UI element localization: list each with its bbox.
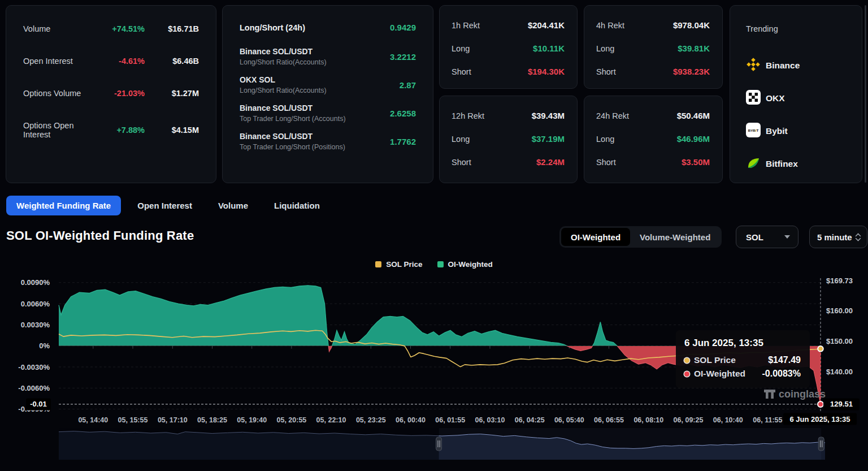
x-axis-label: 06, 01:55 (435, 416, 465, 424)
navigator-handle-left[interactable] (436, 437, 442, 451)
tab-weighted-funding-rate[interactable]: Weighted Funding Rate (6, 196, 121, 215)
trending-item-okx[interactable]: OKX (746, 91, 862, 106)
legend-label: SOL Price (386, 260, 422, 269)
rekt-value: $3.50M (682, 157, 710, 167)
x-axis-label: 06, 08:10 (633, 416, 663, 424)
ratio-value: 3.2212 (390, 52, 416, 62)
price-crosshair-dot (818, 346, 823, 352)
stat-row: Volume+74.51%$16.71B (23, 24, 199, 33)
rekt-row: Short$938.23K (596, 67, 710, 76)
legend-swatch (375, 261, 381, 267)
crosshair-time-badge-text: 6 Jun 2025, 13:35 (790, 415, 850, 424)
rekt-label: Long (596, 135, 614, 144)
ratio-row-text: OKX SOLLong/Short Ratio(Accounts) (240, 75, 327, 94)
binance-icon (746, 57, 761, 72)
long-short-24h-value: 0.9429 (390, 23, 416, 32)
rekt-row: Short$3.50M (596, 157, 710, 167)
rekt-value: $938.23K (673, 67, 710, 76)
rekt-row: Long$46.96M (596, 134, 710, 144)
stat-row: Options Open Interest+7.88%$4.15M (23, 121, 199, 139)
chart-legend: SOL PriceOI-Weighted (0, 260, 868, 269)
funding-crosshair-dot (818, 401, 823, 407)
scrollbar[interactable] (865, 5, 866, 183)
x-axis-label: 06, 10:40 (713, 416, 743, 424)
page-title: SOL OI-Weighted Funding Rate (6, 228, 194, 243)
trending-item-bybit[interactable]: BYBITBybit (746, 124, 862, 139)
chart-navigator[interactable] (59, 428, 825, 460)
coinglass-watermark-text: coinglass (779, 388, 826, 400)
toggle-oi-weighted[interactable]: OI-Weighted (561, 228, 630, 246)
trending-item-binance[interactable]: Binance (746, 58, 862, 73)
rekt-label: Long (452, 44, 470, 53)
rekt-label: 1h Rekt (452, 21, 480, 30)
crosshair-right-badge-text: 129.51 (830, 400, 853, 408)
interval-select[interactable]: 5 minute (809, 226, 867, 248)
x-axis-label: 05, 23:25 (356, 416, 386, 424)
ratio-value: 2.6258 (390, 109, 416, 118)
ratio-title: OKX SOL (240, 75, 327, 84)
x-axis-label: 05, 14:40 (78, 416, 108, 424)
ratio-row: Binance SOL/USDTLong/Short Ratio(Account… (240, 47, 416, 66)
stat-change: +74.51% (93, 24, 145, 33)
tooltip-series-dot (684, 371, 689, 377)
stat-change: -4.61% (93, 57, 145, 66)
rekt-row: Short$2.24M (452, 157, 565, 167)
rekt-row: Long$10.11K (452, 44, 565, 53)
symbol-select-value: SOL (746, 232, 763, 242)
tooltip-series-label: SOL Price (694, 355, 736, 365)
rekt-value: $39.81K (678, 44, 710, 53)
okx-icon (746, 90, 761, 105)
rekt-value: $39.43M (532, 111, 565, 120)
rekt-row: 24h Rekt$50.46M (596, 111, 710, 120)
tooltip-series-label: OI-Weighted (694, 369, 745, 379)
rekt-row: Long$37.19M (452, 134, 565, 144)
x-axis-label: 06, 03:10 (475, 416, 505, 424)
legend-item-oi-weighted[interactable]: OI-Weighted (437, 260, 493, 269)
tab-liquidation[interactable]: Liquidation (274, 201, 320, 210)
coinglass-watermark: coinglass (764, 388, 826, 400)
x-axis-label: 06, 09:25 (674, 416, 704, 424)
rekt-label: 24h Rekt (596, 111, 629, 120)
long-short-ratios-card: Long/Short (24h) 0.9429 Binance SOL/USDT… (222, 5, 433, 183)
ratio-subtitle: Long/Short Ratio(Accounts) (240, 58, 327, 66)
trending-card: Trending BinanceOKXBYBITBybitBitfinex (730, 5, 862, 183)
trending-item-bitfinex[interactable]: Bitfinex (746, 157, 862, 171)
navigator-unselected-mask (59, 428, 439, 460)
right-axis-label: $169.73 (826, 276, 853, 285)
rekt-label: Short (452, 67, 471, 76)
right-axis-label: $150.00 (826, 337, 853, 345)
market-stats-card: Volume+74.51%$16.71BOpen Interest-4.61%$… (6, 5, 216, 183)
navigator-handle-right[interactable] (818, 437, 824, 451)
symbol-select[interactable]: SOL (736, 226, 798, 248)
long-short-24h-label: Long/Short (24h) (240, 23, 305, 32)
rekt-value: $50.46M (677, 111, 710, 120)
stat-row: Options Volume-21.03%$1.27M (23, 89, 199, 98)
stat-label: Options Open Interest (23, 121, 93, 139)
rekt-value: $194.30K (528, 67, 565, 76)
stat-label: Open Interest (23, 57, 93, 66)
navigator-selected-range[interactable] (439, 428, 822, 460)
trending-item-label: OKX (766, 93, 785, 103)
chevron-down-icon (784, 235, 790, 239)
left-axis-label: 0.0030% (21, 321, 50, 329)
ratio-row-text: Binance SOL/USDTTop Trader Long/Short (A… (240, 103, 346, 123)
rekt-label: Long (596, 44, 614, 53)
x-axis-label: 05, 19:40 (237, 416, 267, 424)
tab-volume[interactable]: Volume (218, 201, 248, 210)
x-axis-label: 05, 17:10 (158, 416, 188, 424)
svg-text:BYBIT: BYBIT (748, 128, 759, 132)
rekt-card-24h: 24h Rekt$50.46MLong$46.96MShort$3.50M (584, 96, 723, 183)
ratio-row: Binance SOL/USDTTop Trader Long/Short (P… (240, 132, 416, 151)
stat-label: Options Volume (23, 89, 93, 98)
legend-item-sol-price[interactable]: SOL Price (375, 260, 422, 269)
right-axis-label: $140.00 (826, 368, 853, 376)
ratio-subtitle: Top Trader Long/Short (Accounts) (240, 115, 346, 123)
x-axis-label: 05, 22:10 (316, 416, 346, 424)
left-axis-label: -0.0060% (18, 384, 50, 392)
long-short-24h-row: Long/Short (24h) 0.9429 (240, 23, 416, 32)
x-axis-label: 05, 20:55 (276, 416, 306, 424)
rekt-label: Short (452, 158, 471, 167)
toggle-volume-weighted[interactable]: Volume-Weighted (630, 228, 720, 246)
stat-value: $16.71B (145, 24, 199, 33)
tab-open-interest[interactable]: Open Interest (137, 201, 192, 210)
